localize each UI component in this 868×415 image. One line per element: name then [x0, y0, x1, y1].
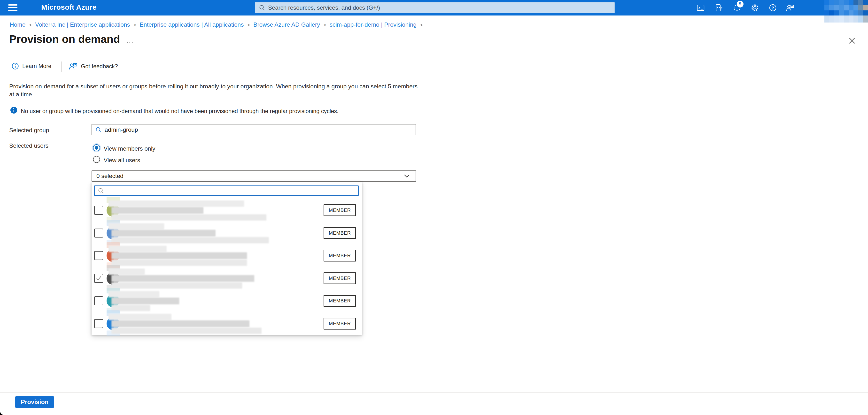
- breadcrumb-link[interactable]: scim-app-for-demo | Provisioning: [330, 21, 416, 28]
- azure-brand-logo[interactable]: Microsoft Azure: [41, 3, 97, 11]
- redacted-pixel: [863, 10, 868, 15]
- dropdown-selected-value: 0 selected: [92, 172, 403, 180]
- provision-button[interactable]: Provision: [15, 396, 54, 408]
- selected-users-dropdown[interactable]: 0 selected: [92, 170, 416, 182]
- redacted-pixel: [829, 5, 834, 10]
- breadcrumb-link[interactable]: Volterra Inc | Enterprise applications: [35, 21, 130, 28]
- member-checkbox[interactable]: [94, 229, 103, 237]
- member-checkbox[interactable]: [94, 274, 103, 283]
- got-feedback-label: Got feedback?: [81, 63, 118, 70]
- member-checkbox[interactable]: [94, 206, 103, 215]
- redacted-name-blur: [108, 268, 145, 275]
- radio-view-members-only[interactable]: [93, 144, 100, 151]
- redacted-pixel: [839, 0, 844, 5]
- redacted-pixel: [854, 0, 858, 5]
- redacted-pixel: [844, 5, 848, 10]
- radio-view-all-users-label: View all users: [104, 157, 140, 164]
- chevron-down-icon: [403, 173, 411, 179]
- redacted-name-blur: [112, 328, 261, 334]
- redacted-name-blur: [112, 260, 247, 266]
- breadcrumb-separator: >: [416, 22, 426, 28]
- selected-group-label: Selected group: [9, 127, 49, 134]
- feedback-person-icon: [68, 62, 78, 71]
- global-search-box[interactable]: [255, 2, 615, 13]
- redacted-pixel: [844, 0, 848, 5]
- redacted-name-blur: [108, 246, 166, 252]
- search-icon: [98, 188, 104, 194]
- redacted-pixel: [844, 10, 848, 15]
- svg-text:?: ?: [772, 6, 774, 10]
- selected-users-label: Selected users: [9, 142, 49, 149]
- member-checkbox[interactable]: [94, 319, 103, 328]
- redacted-pixel: [863, 5, 868, 10]
- info-filled-icon: [10, 106, 18, 115]
- got-feedback-button[interactable]: Got feedback?: [68, 62, 118, 71]
- member-list-item[interactable]: MEMBER: [92, 290, 362, 312]
- more-options-icon[interactable]: [126, 42, 134, 44]
- member-checkbox[interactable]: [94, 251, 103, 260]
- info-note-text: No user or group will be provisioned on-…: [21, 108, 339, 115]
- azure-top-bar: Microsoft Azure 5 ?: [0, 0, 868, 15]
- breadcrumb-link[interactable]: Enterprise applications | All applicatio…: [140, 21, 244, 28]
- footer-divider-line: [0, 392, 868, 393]
- help-icon[interactable]: ?: [769, 4, 777, 12]
- redacted-name-blur: [108, 291, 159, 297]
- redacted-pixel: [829, 10, 834, 15]
- breadcrumb-separator: >: [25, 22, 35, 28]
- redacted-pixel: [834, 5, 839, 10]
- redacted-pixel: [854, 15, 858, 23]
- redacted-pixel: [858, 10, 863, 15]
- breadcrumb-link[interactable]: Browse Azure AD Gallery: [253, 21, 320, 28]
- member-list-item[interactable]: MEMBER: [92, 222, 362, 244]
- selected-group-input[interactable]: [102, 126, 415, 133]
- checkmark-icon: [96, 275, 102, 281]
- member-search-box[interactable]: [94, 186, 359, 196]
- redacted-pixel: [839, 15, 844, 23]
- redacted-pixel: [848, 0, 854, 5]
- close-icon[interactable]: [847, 36, 857, 45]
- redacted-pixel: [839, 5, 844, 10]
- member-list-item[interactable]: MEMBER: [92, 267, 362, 290]
- redacted-pixel: [825, 10, 829, 15]
- hamburger-menu-icon[interactable]: [8, 4, 18, 11]
- global-search-input[interactable]: [265, 2, 614, 13]
- member-list-item[interactable]: MEMBER: [92, 244, 362, 267]
- redacted-pixel: [844, 15, 848, 23]
- member-search-input[interactable]: [104, 187, 358, 194]
- page-description: Provision on-demand for a subset of user…: [9, 82, 421, 98]
- redacted-pixel: [829, 15, 834, 23]
- cloud-shell-icon[interactable]: [696, 4, 705, 12]
- learn-more-button[interactable]: Learn More: [11, 62, 51, 70]
- radio-view-all-users[interactable]: [93, 156, 100, 163]
- search-icon: [95, 127, 102, 133]
- redacted-name-blur: [108, 200, 244, 207]
- settings-gear-icon[interactable]: [751, 4, 759, 12]
- redacted-name-blur: [108, 223, 164, 229]
- account-avatar[interactable]: [825, 0, 868, 15]
- directory-filter-icon[interactable]: [715, 4, 723, 12]
- redacted-pixel: [848, 5, 854, 10]
- redacted-pixel: [834, 15, 839, 23]
- breadcrumb-link[interactable]: Home: [10, 21, 25, 28]
- feedback-icon[interactable]: [786, 4, 794, 12]
- member-list-item[interactable]: MEMBER: [92, 312, 362, 335]
- redacted-pixel: [834, 0, 839, 5]
- search-icon: [259, 5, 265, 11]
- member-type-badge: MEMBER: [323, 204, 356, 216]
- redacted-pixel: [858, 0, 863, 5]
- redacted-name-blur: [112, 207, 204, 214]
- selected-group-field[interactable]: [92, 124, 416, 135]
- member-checkbox[interactable]: [94, 296, 103, 305]
- member-list-item[interactable]: MEMBER: [92, 199, 362, 222]
- notification-count-badge[interactable]: 5: [737, 1, 744, 7]
- radio-view-members-only-label: View members only: [104, 145, 155, 152]
- redacted-pixel: [848, 15, 854, 23]
- breadcrumb-separator: >: [244, 22, 253, 28]
- redacted-pixel: [863, 0, 868, 5]
- redacted-name-blur: [112, 252, 247, 259]
- redacted-pixel: [834, 10, 839, 15]
- redacted-pixel: [858, 15, 863, 23]
- breadcrumb: Home>Volterra Inc | Enterprise applicati…: [10, 21, 426, 28]
- info-outline-icon: [11, 62, 19, 70]
- breadcrumb-separator: >: [320, 22, 330, 28]
